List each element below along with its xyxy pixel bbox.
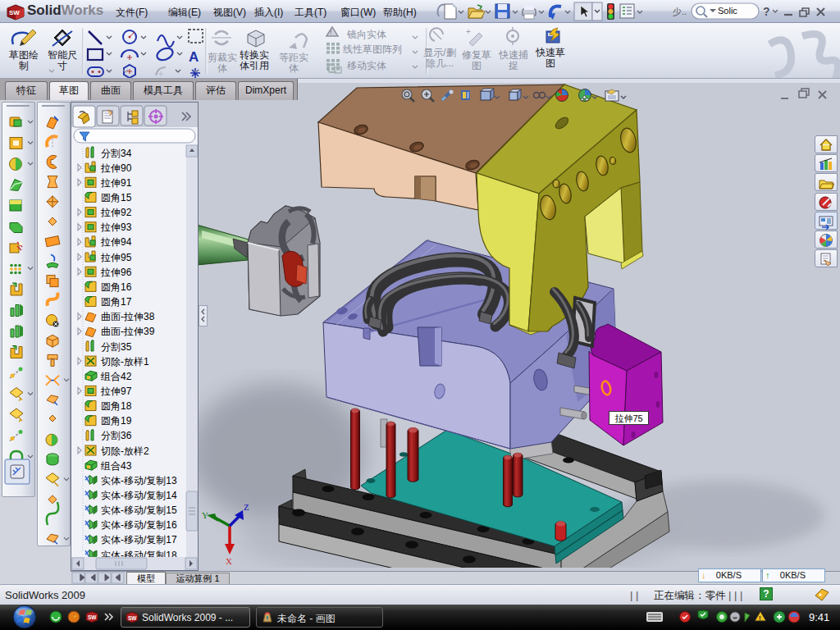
svg-text:+: +	[466, 27, 471, 36]
svg-text:!: !	[759, 614, 761, 622]
svg-text:!: !	[330, 28, 332, 36]
svg-text:SW: SW	[128, 615, 137, 621]
svg-text:Y: Y	[202, 510, 208, 520]
svg-text:少..: 少..	[673, 7, 687, 16]
svg-text:SW: SW	[9, 9, 20, 16]
svg-text:Solic: Solic	[718, 6, 737, 16]
svg-text:A: A	[189, 49, 199, 65]
svg-text:Z: Z	[244, 502, 249, 512]
svg-text:9:41: 9:41	[809, 611, 829, 623]
svg-text:X: X	[226, 556, 232, 566]
svg-text:?: ?	[763, 5, 770, 18]
svg-text:SW: SW	[88, 614, 97, 620]
